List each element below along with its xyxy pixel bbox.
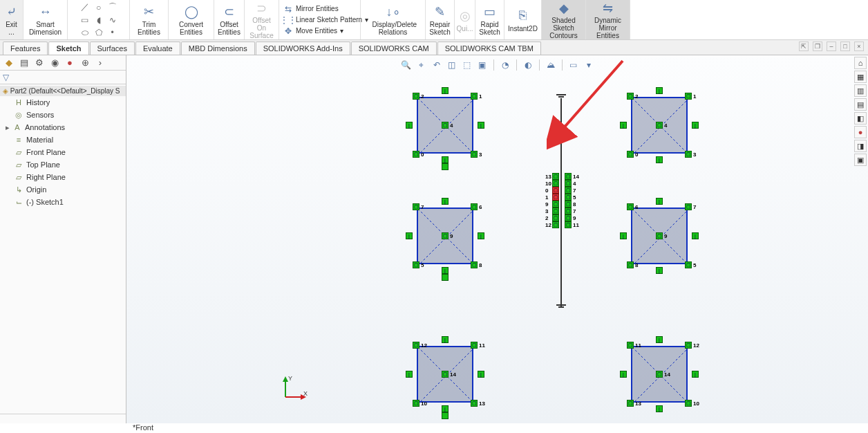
tab-close-icon[interactable]: ×	[854, 42, 864, 51]
relation-tag[interactable]: ▢	[552, 180, 559, 187]
tab-max-icon[interactable]: □	[840, 42, 850, 51]
relation-tag[interactable]: ▢	[656, 232, 663, 239]
fm-appear-icon[interactable]: ●	[64, 57, 76, 69]
relation-tag[interactable]: ▢	[685, 203, 692, 210]
view-dropdown-icon[interactable]: ▾	[583, 59, 594, 71]
relation-tag[interactable]	[442, 412, 449, 419]
dynamic-mirror-button[interactable]: ⇋ Dynamic Mirror Entities	[586, 0, 630, 39]
offset-entities-button[interactable]: ⊂ Offset Entities	[214, 0, 245, 39]
relation-tag[interactable]: ▢	[656, 122, 663, 129]
relation-tag[interactable]: ▢	[627, 93, 634, 100]
rail-appear-icon[interactable]: ●	[854, 126, 867, 138]
tree-item--sketch1[interactable]: ⌙(-) Sketch1	[0, 196, 126, 208]
tab-addins[interactable]: SOLIDWORKS Add-Ins	[256, 42, 350, 55]
tree-item-origin[interactable]: ↳Origin	[0, 183, 126, 196]
relation-tag[interactable]: ▢	[442, 232, 449, 239]
relation-tag[interactable]: |	[656, 156, 663, 163]
relation-tag[interactable]	[442, 163, 449, 170]
relation-tag[interactable]: |	[406, 371, 413, 378]
move-entities-button[interactable]: ✥Move Entities ▾	[283, 26, 343, 37]
relation-tag[interactable]: ▢	[413, 203, 419, 210]
rect-tool-icon[interactable]: ▭	[79, 15, 91, 26]
relation-tag[interactable]: ▢	[552, 214, 559, 221]
relation-tag[interactable]: ▢	[413, 93, 419, 100]
sidebar-scrollbar[interactable]	[0, 414, 126, 423]
relation-tag[interactable]: |	[406, 232, 413, 239]
tree-item-annotations[interactable]: ▸AAnnotations	[0, 121, 126, 133]
tree-item-front-plane[interactable]: ▱Front Plane	[0, 146, 126, 158]
apply-scene-icon[interactable]: ⛰	[545, 59, 556, 71]
relation-tag[interactable]: ▢	[685, 261, 692, 268]
relation-tag[interactable]: |	[478, 122, 484, 129]
centerline[interactable]	[560, 98, 562, 307]
trim-entities-button[interactable]: ✂ Trim Entities	[130, 0, 169, 39]
fm-arrow-icon[interactable]: ›	[94, 57, 106, 69]
tree-root[interactable]: ◈ Part2 (Default<<Default>_Display S	[0, 86, 126, 96]
rail-home-icon[interactable]: ⌂	[854, 57, 867, 69]
tab-window-icon[interactable]: ❐	[813, 42, 822, 51]
tab-cam-tbm[interactable]: SOLIDWORKS CAM TBM	[437, 42, 541, 55]
smart-dimension-button[interactable]: ↔ Smart Dimension	[23, 0, 68, 39]
spline-tool-icon[interactable]: ∿	[106, 15, 119, 26]
linear-pattern-button[interactable]: ⋮⋮Linear Sketch Pattern ▾	[283, 15, 368, 26]
rail-explorer-icon[interactable]: ▤	[854, 98, 867, 111]
rail-view-icon[interactable]: ◧	[854, 112, 867, 125]
display-relations-button[interactable]: ↓∘ Display/Delete Relations	[361, 0, 426, 39]
relation-tag[interactable]: |	[656, 336, 663, 343]
mirror-entities-button[interactable]: ⇆Mirror Entities	[283, 3, 339, 15]
relation-tag[interactable]: ▢	[565, 180, 572, 187]
circle-tool-icon[interactable]: ○	[93, 2, 105, 13]
relation-tag[interactable]: ▢	[627, 151, 634, 158]
tab-surfaces[interactable]: Surfaces	[90, 42, 135, 55]
tab-sketch[interactable]: Sketch	[48, 42, 88, 55]
relation-tag[interactable]: |	[478, 371, 484, 378]
arc-tool-icon[interactable]: ⌒	[106, 2, 119, 13]
ellipse-tool-icon[interactable]: ⬭	[79, 27, 91, 38]
relation-tag[interactable]: ▢	[471, 400, 478, 407]
relation-tag[interactable]: |	[692, 122, 699, 129]
relation-tag[interactable]: ▢	[552, 194, 559, 201]
relation-tag[interactable]: ▢	[413, 261, 419, 268]
tree-item-history[interactable]: HHistory	[0, 96, 126, 109]
relation-tag[interactable]: ▢	[685, 93, 692, 100]
relation-tag[interactable]: ▢	[565, 208, 572, 214]
relation-tag[interactable]: |	[692, 232, 699, 239]
relation-tag[interactable]: |	[406, 122, 413, 129]
tree-item-sensors[interactable]: ◎Sensors	[0, 109, 126, 121]
tab-expand-icon[interactable]: ⇱	[799, 42, 809, 51]
section-icon[interactable]: ◫	[446, 59, 457, 71]
tree-item-material-not-specified-[interactable]: ≡Material	[0, 133, 126, 146]
instant2d-button[interactable]: ⎘ Instant2D	[504, 0, 542, 39]
relation-tag[interactable]: |	[478, 232, 484, 239]
relation-tag[interactable]: ▢	[552, 201, 559, 208]
display-style-icon[interactable]: ▣	[477, 59, 488, 71]
relation-tag[interactable]: ▢	[656, 371, 663, 378]
slot-tool-icon[interactable]: ◖	[93, 15, 105, 26]
fm-display-icon[interactable]: ◉	[48, 57, 61, 69]
relation-tag[interactable]: ▢	[413, 400, 419, 407]
relation-tag[interactable]: |	[656, 267, 663, 274]
tab-evaluate[interactable]: Evaluate	[135, 42, 180, 55]
tab-mbd[interactable]: MBD Dimensions	[181, 42, 255, 55]
relation-tag[interactable]: ▢	[552, 187, 559, 194]
relation-tag[interactable]: |	[620, 122, 627, 129]
view-settings-icon[interactable]: ▭	[568, 59, 579, 71]
fm-tree-icon[interactable]: ◆	[3, 57, 15, 69]
relation-tag[interactable]: |	[656, 405, 663, 412]
fm-coord-icon[interactable]: ⊕	[79, 57, 91, 69]
relation-tag[interactable]: ▢	[627, 261, 634, 268]
relation-tag[interactable]: ▢	[685, 151, 692, 158]
zoom-fit-icon[interactable]: 🔍	[401, 59, 412, 71]
tree-item-top-plane[interactable]: ▱Top Plane	[0, 158, 126, 171]
relation-tag[interactable]: ▢	[565, 201, 572, 208]
relation-tag[interactable]: ▢	[565, 194, 572, 201]
relation-tag[interactable]: |	[442, 87, 449, 94]
line-tool-icon[interactable]: ／	[79, 2, 91, 13]
relation-tag[interactable]: ▢	[552, 173, 559, 180]
shaded-contours-button[interactable]: ◆ Shaded Sketch Contours	[542, 0, 586, 39]
relation-tag[interactable]	[442, 274, 449, 281]
relation-tag[interactable]: ▢	[471, 261, 478, 268]
relation-tag[interactable]: |	[442, 156, 449, 163]
relation-tag[interactable]: |	[442, 405, 449, 412]
graphics-viewport[interactable]: 🔍 ⌖ ↶ ◫ ⬚ ▣ ◔ ◐ ⛰ ▭ ▾ ⌂ ▦ ▥ ▤ ◧ ● ◨ ▣	[126, 55, 868, 423]
